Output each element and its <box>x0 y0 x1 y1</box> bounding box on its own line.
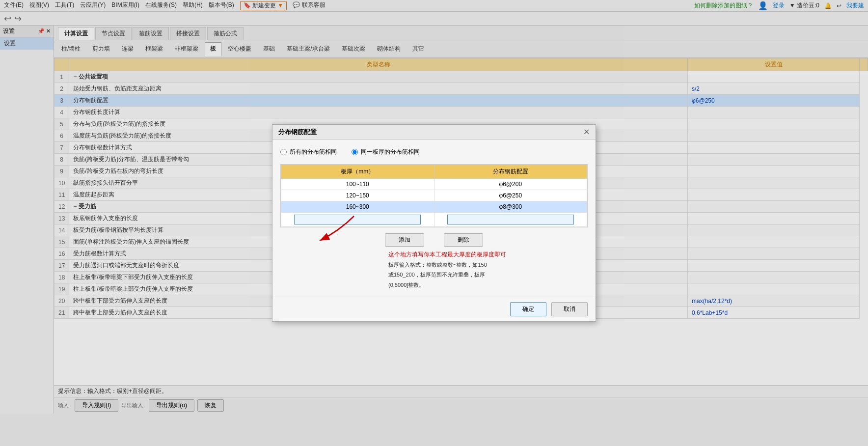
annotation-hint2: 或150_200，板厚范围不允许重叠，板厚 <box>388 271 506 279</box>
dialog-footer: 确定 取消 <box>272 297 596 321</box>
inner-row-config: φ8@300 <box>434 201 587 212</box>
radio-all-label: 所有的分布筋相同 <box>290 148 337 156</box>
dialog-overlay: 分布钢筋配置 ✕ 所有的分布筋相同 同一板厚的分布筋相同 <box>0 0 868 414</box>
dialog-close-btn[interactable]: ✕ <box>583 128 590 136</box>
config-input[interactable] <box>447 215 574 224</box>
annotation-red-text: 这个地方填写你本工程最大厚度的板厚度即可 <box>388 251 506 259</box>
annotation-hint1: 板厚输入格式：整数或整数~整数，如150 <box>388 261 506 269</box>
inner-col-config: 分布钢筋配置 <box>434 165 587 178</box>
inner-col-thickness: 板厚（mm） <box>281 165 434 178</box>
dialog-title-bar: 分布钢筋配置 ✕ <box>272 125 596 140</box>
dialog-cancel-btn[interactable]: 取消 <box>551 302 588 316</box>
inner-row-thickness: 100~110 <box>281 178 434 190</box>
inner-row-config[interactable] <box>434 212 587 226</box>
annotation-hint3: (0,5000]整数。 <box>388 281 506 289</box>
radio-option-same-thickness[interactable]: 同一板厚的分布筋相同 <box>352 148 420 156</box>
annotation-area: 这个地方填写你本工程最大厚度的板厚度即可 板厚输入格式：整数或整数~整数，如15… <box>280 251 588 289</box>
inner-row-thickness: 120~150 <box>281 190 434 201</box>
annotation-text-area: 这个地方填写你本工程最大厚度的板厚度即可 板厚输入格式：整数或整数~整数，如15… <box>379 251 506 289</box>
dialog-ok-btn[interactable]: 确定 <box>510 302 546 316</box>
radio-thickness-label: 同一板厚的分布筋相同 <box>361 148 420 156</box>
dialog-title: 分布钢筋配置 <box>278 128 317 137</box>
inner-row-config: φ6@250 <box>434 190 587 201</box>
add-row-btn[interactable]: 添加 <box>385 233 424 247</box>
distribution-dialog: 分布钢筋配置 ✕ 所有的分布筋相同 同一板厚的分布筋相同 <box>272 124 596 322</box>
radio-all-same[interactable] <box>280 149 287 155</box>
radio-row: 所有的分布筋相同 同一板厚的分布筋相同 <box>280 148 588 156</box>
del-row-btn[interactable]: 删除 <box>444 233 483 247</box>
inner-row-config: φ6@200 <box>434 178 587 190</box>
dialog-content: 所有的分布筋相同 同一板厚的分布筋相同 板厚（mm） 分布钢筋配置 <box>272 140 596 297</box>
arrow-area <box>280 211 379 289</box>
radio-option-all[interactable]: 所有的分布筋相同 <box>280 148 337 156</box>
arrow-svg <box>280 211 369 251</box>
radio-same-thickness[interactable] <box>352 149 358 155</box>
